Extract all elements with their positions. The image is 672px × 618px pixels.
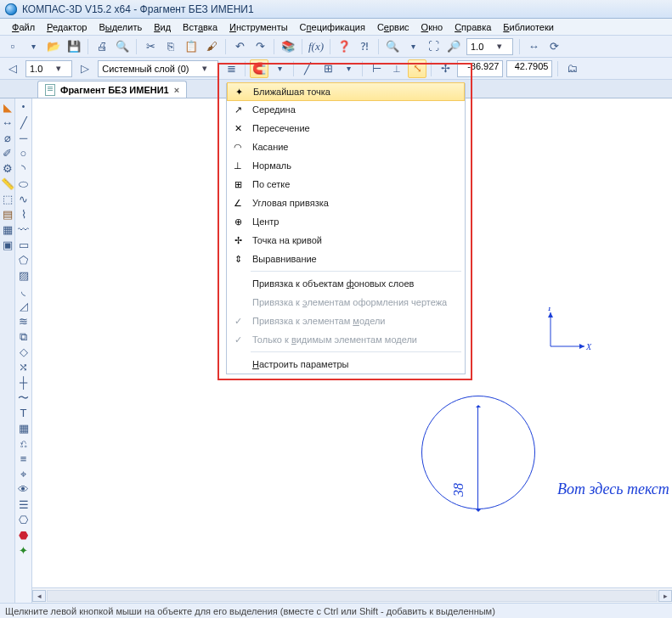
- zoom-window-button[interactable]: 🔍: [383, 37, 402, 56]
- edit-group-icon[interactable]: ✐: [1, 146, 14, 160]
- menu-view[interactable]: Вид: [149, 20, 176, 34]
- zoom-combo[interactable]: 1.0▾: [466, 38, 513, 55]
- break-icon[interactable]: ⤭: [17, 360, 31, 374]
- menu-service[interactable]: Сервис: [372, 20, 415, 34]
- hatch-icon[interactable]: ▨: [17, 268, 31, 282]
- menu-insert[interactable]: Вставка: [178, 20, 223, 34]
- grid-button[interactable]: ⊞: [319, 59, 337, 78]
- snap-bg-layers-item[interactable]: Привязка к объектам фоновых слоев: [227, 274, 465, 293]
- snap-intersection-item[interactable]: ✕ Пересечение: [227, 119, 465, 138]
- menu-libs[interactable]: Библиотеки: [498, 20, 559, 34]
- scroll-right-icon[interactable]: ▸: [658, 590, 672, 602]
- cut-button[interactable]: ✂: [141, 37, 160, 56]
- snap-grid-item[interactable]: ⊞ По сетке: [227, 175, 465, 194]
- canvas-text[interactable]: Вот здесь текст: [557, 480, 669, 498]
- copy-props-button[interactable]: 🖌: [202, 37, 221, 56]
- lib-manager-button[interactable]: 📚: [279, 37, 297, 56]
- local-cs-icon[interactable]: ⌖: [17, 467, 31, 480]
- text-icon[interactable]: T: [17, 406, 31, 419]
- view-next-button[interactable]: ▷: [76, 59, 94, 78]
- zoom-dropdown-button[interactable]: ▾: [404, 37, 422, 56]
- context-help-button[interactable]: ⁈: [355, 37, 374, 56]
- pan-button[interactable]: ↔: [524, 37, 543, 56]
- snap-align-item[interactable]: ⇕ Выравнивание: [227, 250, 465, 268]
- axis-icon[interactable]: ┼: [17, 375, 31, 389]
- insert-group-icon[interactable]: ▣: [1, 238, 14, 251]
- menu-spec[interactable]: Спецификация: [295, 20, 370, 34]
- coord-x-input[interactable]: -86.927: [457, 60, 503, 77]
- menu-window[interactable]: Окно: [416, 20, 449, 34]
- spline-icon[interactable]: ∿: [17, 192, 31, 205]
- constraint-button[interactable]: ⟂: [387, 59, 406, 78]
- collect-icon[interactable]: ⧉: [17, 329, 31, 343]
- copy-button[interactable]: ⎘: [161, 37, 180, 56]
- help-button[interactable]: ❓: [335, 37, 353, 56]
- dimension-line[interactable]: [477, 406, 478, 511]
- bezier-icon[interactable]: 〰: [17, 222, 31, 236]
- reports-group-icon[interactable]: ▦: [1, 222, 14, 236]
- circle-shape[interactable]: [421, 396, 535, 509]
- point-icon[interactable]: •: [17, 100, 31, 114]
- paste-button[interactable]: 📋: [182, 37, 200, 56]
- snap-oncurve-item[interactable]: ✢ Точка на кривой: [227, 231, 465, 250]
- preview-button[interactable]: 🔍: [113, 37, 132, 56]
- chamfer-icon[interactable]: ◿: [17, 299, 31, 312]
- document-tab[interactable]: Фрагмент БЕЗ ИМЕНИ1 ×: [37, 81, 187, 98]
- menu-file[interactable]: Файл: [7, 20, 40, 34]
- circle-icon[interactable]: ○: [17, 146, 31, 160]
- horizontal-scrollbar[interactable]: ◂ ▸: [32, 587, 672, 603]
- redo-button[interactable]: ↷: [251, 37, 269, 56]
- snap-midpoint-item[interactable]: ↗ Середина: [227, 100, 465, 119]
- equidist-icon[interactable]: ≋: [17, 314, 31, 328]
- symbols-group-icon[interactable]: ⌀: [1, 131, 14, 144]
- tab-close-button[interactable]: ×: [174, 85, 179, 95]
- coords-button[interactable]: ✢: [436, 59, 455, 78]
- line-button[interactable]: ╱: [298, 59, 317, 78]
- table-icon[interactable]: ▦: [17, 421, 31, 435]
- rect-icon[interactable]: ▭: [17, 238, 31, 251]
- open-button[interactable]: 📂: [44, 37, 63, 56]
- layer-combo[interactable]: Системный слой (0)▾: [98, 60, 218, 77]
- aux-line-icon[interactable]: ╱: [17, 115, 31, 129]
- snap-tangent-item[interactable]: ◠ Касание: [227, 138, 465, 156]
- ellipse-icon[interactable]: ⬭: [17, 177, 31, 190]
- menu-tools[interactable]: Инструменты: [224, 20, 293, 34]
- undo-button[interactable]: ↶: [230, 37, 249, 56]
- spec-group-icon[interactable]: ▤: [1, 207, 14, 221]
- layers-button[interactable]: ≣: [222, 59, 240, 78]
- geometry-group-icon[interactable]: ◣: [1, 100, 14, 114]
- menu-help[interactable]: Справка: [449, 20, 496, 34]
- fillet-icon[interactable]: ◟: [17, 284, 31, 297]
- scroll-track[interactable]: [47, 590, 658, 602]
- contour-icon[interactable]: ◇: [17, 345, 31, 358]
- tree-button[interactable]: 🗂: [562, 59, 581, 78]
- snap-center-item[interactable]: ⊕ Центр: [227, 212, 465, 231]
- scale-combo[interactable]: 1.0▾: [25, 60, 72, 77]
- snap-dropdown-button[interactable]: ▾: [270, 59, 289, 78]
- segment-icon[interactable]: ─: [17, 131, 31, 144]
- select-group-icon[interactable]: ⬚: [1, 192, 14, 205]
- menu-edit[interactable]: Редактор: [42, 20, 92, 34]
- snap-angle-item[interactable]: ∠ Угловая привязка: [227, 194, 465, 212]
- new-dropdown[interactable]: ▾: [24, 37, 42, 56]
- zoom-in-button[interactable]: 🔎: [444, 37, 463, 56]
- snap-normal-item[interactable]: ⊥ Нормаль: [227, 156, 465, 175]
- view-icon[interactable]: 👁: [17, 482, 31, 496]
- mline-icon[interactable]: ≡: [17, 452, 31, 465]
- polyline-icon[interactable]: ⌇: [17, 207, 31, 221]
- ortho-button[interactable]: ⊢: [367, 59, 386, 78]
- new-button[interactable]: ▫: [3, 37, 22, 56]
- snap-configure-item[interactable]: Настроить параметры: [227, 355, 465, 374]
- layers-icon[interactable]: ☰: [17, 497, 31, 511]
- tool-a-icon[interactable]: ⎔: [17, 513, 31, 526]
- assoc-icon[interactable]: ⎌: [17, 436, 31, 450]
- measure-group-icon[interactable]: 📏: [1, 177, 14, 190]
- print-button[interactable]: 🖨: [93, 37, 111, 56]
- polygon-icon[interactable]: ⬠: [17, 253, 31, 267]
- view-prev-button[interactable]: ◁: [3, 59, 22, 78]
- tool-c-icon[interactable]: ✦: [17, 543, 31, 557]
- arc-icon[interactable]: ◝: [17, 161, 31, 175]
- dim-group-icon[interactable]: ↔: [1, 115, 14, 129]
- vars-button[interactable]: f(x): [307, 37, 325, 56]
- zoom-fit-button[interactable]: ⛶: [424, 37, 443, 56]
